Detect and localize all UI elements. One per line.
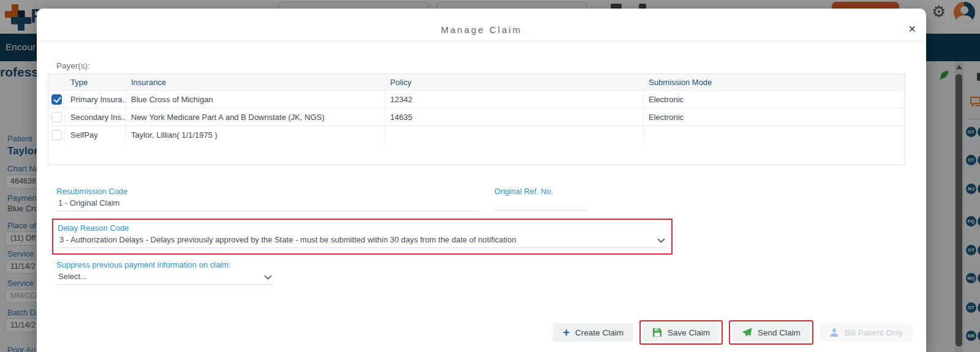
insurance-column-header: Insurance (126, 74, 385, 90)
manage-claim-modal: Manage Claim ✕ Payer(s): Type Insurance … (37, 9, 926, 352)
save-claim-highlight-box: Save Claim (639, 320, 723, 345)
submission-mode-column-header: Submission Mode (644, 74, 905, 90)
payers-label: Payer(s): (56, 61, 915, 70)
table-row: Primary Insura... Blue Cross of Michigan… (48, 90, 905, 108)
resubmission-code-field: Resubmission Code 1 - Original Claim (56, 187, 479, 211)
send-claim-button[interactable]: Send Claim (732, 323, 810, 342)
payer-submission-mode: Electronic (644, 91, 905, 108)
save-claim-label: Save Claim (668, 328, 710, 337)
table-row: Secondary Ins... New York Medicare Part … (48, 108, 905, 125)
suppress-payment-value: Select... (56, 269, 273, 285)
select-column-header (48, 74, 65, 90)
payer-type: SelfPay (65, 126, 126, 143)
create-claim-button[interactable]: + Create Claim (553, 323, 633, 342)
delay-reason-code-label: Delay Reason Code (58, 223, 671, 233)
plus-icon: + (563, 328, 570, 337)
close-icon[interactable]: ✕ (908, 24, 916, 34)
payer-policy: 14635 (385, 108, 644, 125)
save-floppy-icon (652, 328, 662, 337)
payer-type: Primary Insura... (65, 91, 126, 108)
delay-reason-code-value: 3 - Authorization Delays - Delays previo… (58, 233, 666, 248)
chevron-down-icon (657, 238, 665, 243)
resubmission-code-label: Resubmission Code (56, 187, 479, 196)
modal-header: Manage Claim ✕ (37, 9, 926, 42)
modal-footer: + Create Claim Save Claim (553, 320, 913, 345)
policy-column-header: Policy (385, 74, 644, 90)
payer-checkbox[interactable] (51, 94, 62, 105)
bill-patient-only-label: Bill Patient Only (845, 328, 903, 337)
modal-body: Payer(s): Type Insurance Policy Submissi… (37, 61, 926, 285)
chevron-down-icon (264, 275, 272, 280)
save-claim-button[interactable]: Save Claim (643, 323, 720, 342)
suppress-payment-field: Suppress previous payment information on… (56, 260, 915, 285)
original-ref-no-field: Original Ref. No. (494, 187, 587, 211)
send-claim-label: Send Claim (758, 328, 801, 337)
bill-patient-only-button[interactable]: Bill Patient Only (820, 323, 913, 342)
payer-policy (385, 126, 644, 143)
original-ref-no-input[interactable] (494, 196, 587, 211)
resubmission-code-value[interactable]: 1 - Original Claim (56, 196, 479, 211)
send-claim-highlight-box: Send Claim (729, 320, 813, 345)
type-column-header: Type (65, 74, 126, 90)
payer-table: Type Insurance Policy Submission Mode Pr… (48, 73, 905, 165)
payer-type: Secondary Ins... (65, 108, 126, 125)
payer-policy: 12342 (385, 91, 644, 108)
suppress-payment-select[interactable]: Select... (56, 269, 273, 285)
payer-submission-mode: Electronic (644, 108, 905, 125)
original-ref-no-label: Original Ref. No. (494, 187, 587, 196)
payer-checkbox[interactable] (51, 112, 62, 122)
suppress-payment-label: Suppress previous payment information on… (56, 260, 915, 269)
create-claim-label: Create Claim (575, 328, 624, 337)
app-screen: R ⚙ Encour rofess Patient Taylor, Chart … (0, 0, 980, 352)
payer-submission-mode (644, 126, 905, 143)
send-plane-icon (742, 328, 752, 337)
person-icon (829, 328, 839, 337)
payer-insurance: Taylor, Lillian( 1/1/1975 ) (126, 126, 385, 143)
delay-reason-highlight-box: Delay Reason Code 3 - Authorization Dela… (52, 219, 673, 255)
modal-title: Manage Claim (37, 9, 926, 35)
payer-checkbox[interactable] (51, 130, 62, 140)
payer-table-header: Type Insurance Policy Submission Mode (48, 74, 905, 90)
payer-insurance: Blue Cross of Michigan (126, 91, 385, 108)
table-row: SelfPay Taylor, Lillian( 1/1/1975 ) (48, 125, 905, 143)
delay-reason-code-select[interactable]: 3 - Authorization Delays - Delays previo… (58, 233, 666, 248)
payer-insurance: New York Medicare Part A and B Downstate… (126, 108, 385, 125)
